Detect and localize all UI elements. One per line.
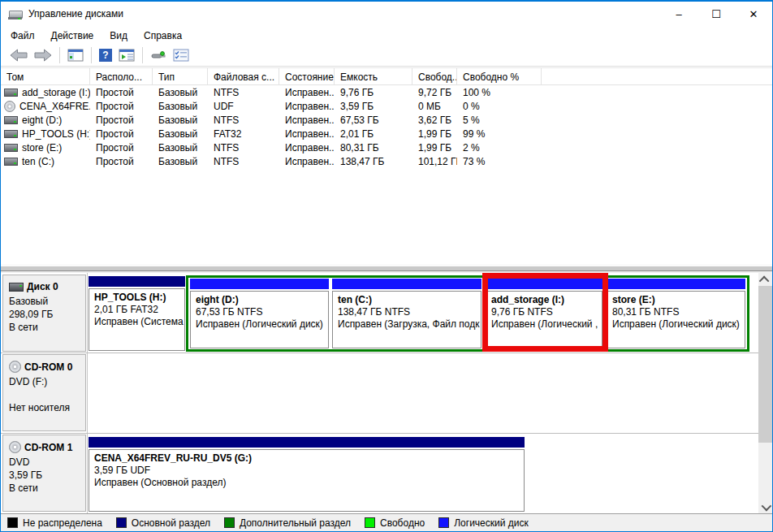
column-header-free-pct[interactable]: Свободно %	[457, 68, 542, 85]
cd-icon	[9, 441, 21, 453]
legend-logical: Логический диск	[438, 517, 529, 529]
partition-ten[interactable]: ten (C:) 138,47 ГБ NTFS Исправен (Загруз…	[332, 279, 482, 348]
partition-hp-tools[interactable]: HP_TOOLS (H:) 2,01 ГБ FAT32 Исправен (Си…	[89, 276, 185, 351]
cdrom0-header[interactable]: CD-ROM 0 DVD (F:) Нет носителя	[2, 354, 86, 431]
logical-partition-bar	[190, 279, 329, 289]
primary-color-swatch	[116, 517, 127, 528]
maximize-button[interactable]: ☐	[697, 2, 735, 26]
column-header-filesystem[interactable]: Файловая с...	[208, 68, 279, 85]
legend-bar: Не распределена Основной раздел Дополнит…	[1, 513, 772, 531]
column-header-filler	[542, 68, 772, 85]
close-button[interactable]: ✕	[735, 2, 772, 26]
table-row[interactable]: eight (D:) Простой Базовый NTFS Исправен…	[1, 113, 772, 127]
column-header-capacity[interactable]: Емкость	[335, 68, 412, 85]
device-manager-icon[interactable]	[150, 49, 166, 62]
primary-partition-bar	[89, 276, 185, 287]
volume-icon	[4, 116, 18, 124]
scroll-down-button[interactable]	[758, 500, 772, 513]
volume-icon	[4, 158, 18, 166]
scrollbar-thumb[interactable]	[758, 286, 772, 443]
column-header-free[interactable]: Свобод...	[412, 68, 457, 85]
menu-bar: Файл Действие Вид Справка	[1, 27, 772, 45]
logical-partition-bar	[607, 279, 745, 289]
scroll-up-button[interactable]	[758, 273, 772, 286]
table-row[interactable]: ten (C:) Простой Базовый NTFS Исправен..…	[1, 154, 772, 168]
volume-list-header: Том Располо... Тип Файловая с... Состоян…	[1, 68, 772, 85]
divider	[87, 353, 88, 433]
column-header-status[interactable]: Состояние	[279, 68, 335, 85]
menu-view[interactable]: Вид	[101, 28, 136, 44]
disk-management-window: Управление дисками – ☐ ✕ Файл Действие В…	[0, 0, 773, 532]
logical-partition-bar	[486, 279, 602, 289]
extended-color-swatch	[224, 517, 235, 528]
column-header-volume[interactable]: Том	[1, 68, 90, 85]
menu-file[interactable]: Файл	[2, 28, 43, 44]
unallocated-color-swatch	[7, 517, 18, 528]
vertical-scrollbar[interactable]	[758, 273, 772, 513]
menu-help[interactable]: Справка	[136, 28, 190, 44]
cd-icon	[4, 101, 15, 112]
free-color-swatch	[365, 517, 375, 528]
column-header-type[interactable]: Тип	[153, 68, 208, 85]
row-divider	[1, 353, 758, 353]
volume-list: Том Располо... Тип Файловая с... Состоян…	[1, 67, 772, 265]
properties-list-icon[interactable]	[173, 49, 189, 62]
legend-primary: Основной раздел	[116, 517, 210, 529]
pane-splitter[interactable]	[1, 264, 772, 273]
show-console-tree-icon[interactable]	[67, 49, 84, 62]
logical-color-swatch	[438, 517, 449, 528]
partition-add-storage[interactable]: add_storage (I:) 9,76 ГБ NTFS Исправен (…	[486, 279, 602, 348]
show-action-pane-icon[interactable]	[119, 49, 135, 62]
divider	[87, 273, 88, 353]
primary-partition-bar	[89, 437, 525, 448]
toolbar-separator	[59, 47, 60, 63]
title-bar: Управление дисками – ☐ ✕	[1, 2, 772, 26]
cd-icon	[9, 361, 21, 373]
volume-icon	[4, 130, 18, 138]
column-header-layout[interactable]: Располо...	[90, 68, 153, 85]
extended-partition-container: eight (D:) 67,53 ГБ NTFS Исправен (Логич…	[186, 275, 749, 352]
toolbar: ?	[1, 45, 772, 67]
minimize-button[interactable]: –	[660, 2, 697, 26]
divider	[87, 434, 88, 513]
disk0-header[interactable]: Диск 0 Базовый 298,09 ГБ В сети	[2, 275, 86, 352]
volume-icon	[4, 89, 18, 97]
forward-icon[interactable]	[34, 49, 52, 62]
table-row[interactable]: CENA_X64FRE... Простой Базовый UDF Испра…	[1, 99, 772, 113]
menu-action[interactable]: Действие	[43, 28, 102, 44]
legend-unallocated: Не распределена	[7, 517, 102, 529]
graphical-view: Диск 0 Базовый 298,09 ГБ В сети HP_TOOLS…	[1, 273, 772, 513]
toolbar-separator	[142, 47, 143, 63]
partition-cena[interactable]: CENA_X64FREV_RU-RU_DV5 (G:) 3,59 ГБ UDF …	[89, 437, 525, 512]
cdrom1-header[interactable]: CD-ROM 1 DVD 3,59 ГБ В сети	[2, 435, 86, 512]
toolbar-separator	[91, 47, 92, 63]
legend-free: Свободно	[365, 517, 425, 529]
window-title: Управление дисками	[28, 8, 123, 19]
row-divider	[1, 433, 758, 434]
back-icon[interactable]	[10, 49, 28, 62]
table-row[interactable]: HP_TOOLS (H:) Простой Базовый FAT32 Испр…	[1, 127, 772, 141]
disk-icon	[9, 283, 24, 292]
volume-icon	[4, 144, 18, 152]
partition-store[interactable]: store (E:) 80,31 ГБ NTFS Исправен (Логич…	[607, 279, 745, 348]
partition-eight[interactable]: eight (D:) 67,53 ГБ NTFS Исправен (Логич…	[190, 279, 329, 348]
legend-extended: Дополнительный раздел	[224, 517, 351, 529]
app-icon	[8, 9, 22, 19]
table-row[interactable]: store (E:) Простой Базовый NTFS Исправен…	[1, 141, 772, 154]
help-icon[interactable]: ?	[99, 49, 112, 62]
logical-partition-bar	[332, 279, 482, 289]
table-row[interactable]: add_storage (I:) Простой Базовый NTFS Ис…	[1, 85, 772, 99]
